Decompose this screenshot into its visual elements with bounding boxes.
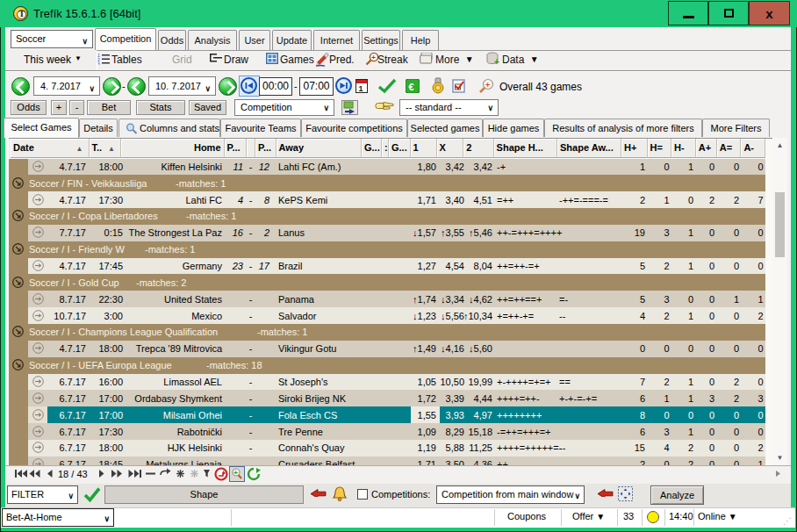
svg-text:+: +: [233, 469, 238, 477]
